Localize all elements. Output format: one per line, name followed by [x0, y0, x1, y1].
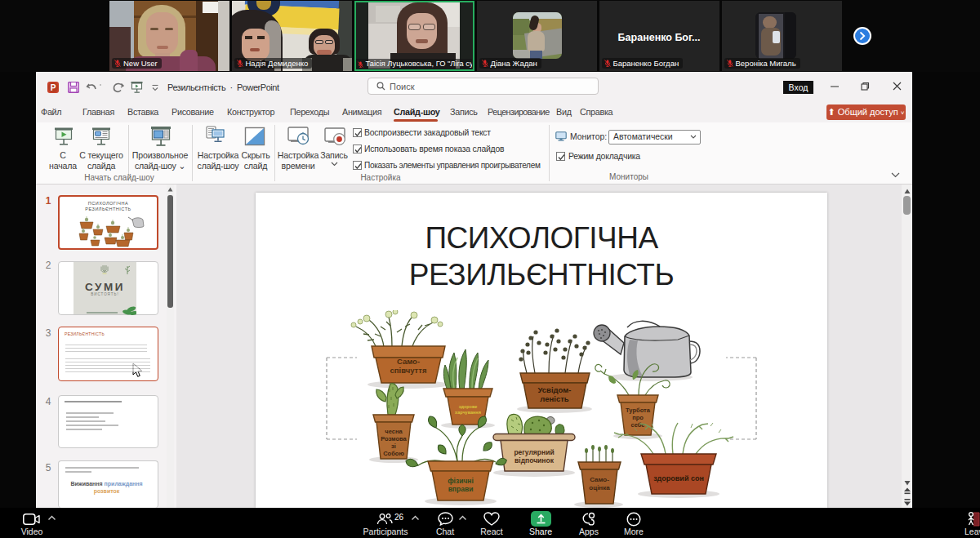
svg-text:вправи: вправи	[448, 485, 474, 493]
svg-text:харчування: харчування	[455, 410, 481, 415]
svg-text:відпочинок: відпочинок	[514, 456, 555, 465]
svg-text:Само-: Само-	[397, 357, 420, 366]
svg-text:здорове: здорове	[459, 404, 478, 409]
svg-text:про: про	[632, 414, 644, 421]
svg-text:Розмова: Розмова	[381, 435, 407, 442]
svg-text:регулярний: регулярний	[514, 448, 554, 456]
svg-text:співчуття: співчуття	[390, 366, 427, 375]
svg-text:Собою: Собою	[383, 450, 404, 457]
svg-text:здоровий сон: здоровий сон	[653, 474, 704, 482]
svg-text:оцінка: оцінка	[589, 484, 610, 491]
svg-text:Само-: Само-	[590, 476, 609, 483]
svg-text:фізичні: фізичні	[448, 477, 474, 485]
svg-text:зі: зі	[391, 442, 396, 450]
svg-text:леність: леність	[540, 394, 569, 403]
svg-text:себе: себе	[630, 421, 644, 429]
svg-text:чесна: чесна	[385, 428, 403, 435]
svg-text:P: P	[51, 83, 56, 92]
svg-text:Турбота: Турбота	[626, 407, 651, 414]
svg-text:Усвідом-: Усвідом-	[538, 385, 572, 394]
